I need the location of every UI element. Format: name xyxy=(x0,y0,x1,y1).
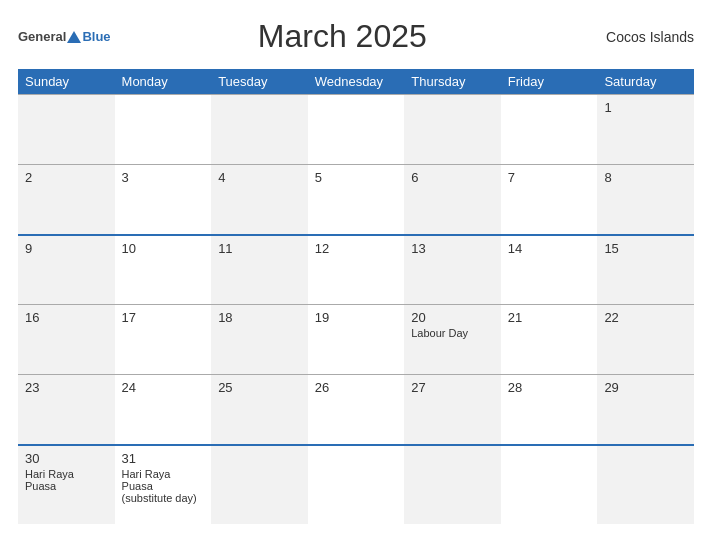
day-number: 5 xyxy=(315,170,398,185)
calendar-day-cell: 24 xyxy=(115,375,212,445)
event-label: Hari Raya Puasa (substitute day) xyxy=(122,468,205,504)
day-number: 4 xyxy=(218,170,301,185)
calendar-day-cell: 13 xyxy=(404,235,501,305)
calendar-day-cell: 22 xyxy=(597,305,694,375)
calendar-day-cell: 17 xyxy=(115,305,212,375)
calendar-day-cell: 29 xyxy=(597,375,694,445)
weekday-header-friday: Friday xyxy=(501,69,598,95)
calendar-day-cell: 21 xyxy=(501,305,598,375)
calendar-day-cell: 5 xyxy=(308,165,405,235)
calendar-day-cell: 11 xyxy=(211,235,308,305)
day-number: 2 xyxy=(25,170,108,185)
calendar-day-cell xyxy=(501,95,598,165)
calendar-day-cell: 27 xyxy=(404,375,501,445)
day-number: 15 xyxy=(604,241,687,256)
day-number: 27 xyxy=(411,380,494,395)
calendar-day-cell: 6 xyxy=(404,165,501,235)
day-number: 9 xyxy=(25,241,108,256)
calendar-day-cell: 16 xyxy=(18,305,115,375)
calendar-week-row: 1 xyxy=(18,95,694,165)
day-number: 8 xyxy=(604,170,687,185)
weekday-header-monday: Monday xyxy=(115,69,212,95)
calendar-day-cell: 14 xyxy=(501,235,598,305)
calendar-day-cell xyxy=(308,445,405,524)
calendar-day-cell xyxy=(404,95,501,165)
weekday-header-sunday: Sunday xyxy=(18,69,115,95)
calendar-week-row: 23242526272829 xyxy=(18,375,694,445)
calendar-day-cell xyxy=(211,445,308,524)
calendar-container: General Blue March 2025 Cocos Islands Su… xyxy=(0,0,712,550)
calendar-day-cell: 23 xyxy=(18,375,115,445)
weekday-header-saturday: Saturday xyxy=(597,69,694,95)
region-label: Cocos Islands xyxy=(574,29,694,45)
calendar-day-cell: 8 xyxy=(597,165,694,235)
calendar-day-cell xyxy=(404,445,501,524)
day-number: 19 xyxy=(315,310,398,325)
calendar-day-cell: 26 xyxy=(308,375,405,445)
calendar-day-cell: 15 xyxy=(597,235,694,305)
calendar-day-cell: 20Labour Day xyxy=(404,305,501,375)
day-number: 29 xyxy=(604,380,687,395)
calendar-day-cell: 25 xyxy=(211,375,308,445)
day-number: 24 xyxy=(122,380,205,395)
calendar-week-row: 30Hari Raya Puasa31Hari Raya Puasa (subs… xyxy=(18,445,694,524)
logo-blue-text: Blue xyxy=(82,29,110,44)
calendar-week-row: 9101112131415 xyxy=(18,235,694,305)
day-number: 3 xyxy=(122,170,205,185)
calendar-day-cell xyxy=(308,95,405,165)
calendar-day-cell: 1 xyxy=(597,95,694,165)
day-number: 17 xyxy=(122,310,205,325)
day-number: 20 xyxy=(411,310,494,325)
calendar-day-cell xyxy=(501,445,598,524)
calendar-day-cell xyxy=(18,95,115,165)
day-number: 1 xyxy=(604,100,687,115)
day-number: 14 xyxy=(508,241,591,256)
calendar-day-cell: 7 xyxy=(501,165,598,235)
day-number: 12 xyxy=(315,241,398,256)
day-number: 25 xyxy=(218,380,301,395)
day-number: 11 xyxy=(218,241,301,256)
day-number: 13 xyxy=(411,241,494,256)
calendar-day-cell xyxy=(115,95,212,165)
day-number: 26 xyxy=(315,380,398,395)
calendar-day-cell: 28 xyxy=(501,375,598,445)
calendar-day-cell: 10 xyxy=(115,235,212,305)
day-number: 6 xyxy=(411,170,494,185)
day-number: 10 xyxy=(122,241,205,256)
calendar-day-cell xyxy=(597,445,694,524)
calendar-day-cell xyxy=(211,95,308,165)
day-number: 21 xyxy=(508,310,591,325)
calendar-day-cell: 4 xyxy=(211,165,308,235)
calendar-day-cell: 2 xyxy=(18,165,115,235)
day-number: 30 xyxy=(25,451,108,466)
calendar-day-cell: 9 xyxy=(18,235,115,305)
day-number: 28 xyxy=(508,380,591,395)
day-number: 16 xyxy=(25,310,108,325)
day-number: 31 xyxy=(122,451,205,466)
calendar-day-cell: 19 xyxy=(308,305,405,375)
day-number: 18 xyxy=(218,310,301,325)
event-label: Labour Day xyxy=(411,327,494,339)
logo: General Blue xyxy=(18,29,111,44)
logo-general-text: General xyxy=(18,29,66,44)
calendar-day-cell: 12 xyxy=(308,235,405,305)
day-number: 7 xyxy=(508,170,591,185)
calendar-day-cell: 31Hari Raya Puasa (substitute day) xyxy=(115,445,212,524)
month-title: March 2025 xyxy=(111,18,574,55)
calendar-day-cell: 3 xyxy=(115,165,212,235)
weekday-header-wednesday: Wednesday xyxy=(308,69,405,95)
logo-triangle-icon xyxy=(67,31,81,43)
day-number: 23 xyxy=(25,380,108,395)
calendar-day-cell: 30Hari Raya Puasa xyxy=(18,445,115,524)
calendar-day-cell: 18 xyxy=(211,305,308,375)
calendar-week-row: 1617181920Labour Day2122 xyxy=(18,305,694,375)
weekday-header-row: SundayMondayTuesdayWednesdayThursdayFrid… xyxy=(18,69,694,95)
calendar-week-row: 2345678 xyxy=(18,165,694,235)
day-number: 22 xyxy=(604,310,687,325)
event-label: Hari Raya Puasa xyxy=(25,468,108,492)
calendar-header: General Blue March 2025 Cocos Islands xyxy=(18,18,694,55)
weekday-header-thursday: Thursday xyxy=(404,69,501,95)
weekday-header-tuesday: Tuesday xyxy=(211,69,308,95)
calendar-table: SundayMondayTuesdayWednesdayThursdayFrid… xyxy=(18,69,694,524)
